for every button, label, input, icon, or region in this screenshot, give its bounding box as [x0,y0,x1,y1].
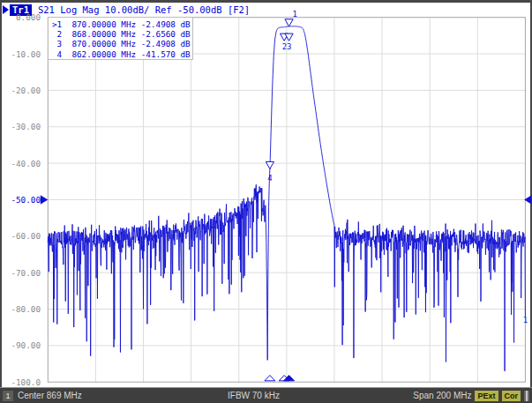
status-badges: PExtCor [475,391,521,401]
marker-table: >1 870.00000 MHz -2.4908 dB 2 868.00000 … [48,17,193,60]
marker-table-row: 2 868.00000 MHz -2.6560 dB [52,29,192,39]
status-badge-cor: Cor [502,391,521,401]
center-frequency-field[interactable]: Center 869 MHz [18,388,82,403]
marker-4-glyph[interactable] [266,161,273,168]
status-bar: 1 Center 869 MHz IFBW 70 kHz Span 200 MH… [0,387,532,403]
status-edge-indicator [524,391,529,401]
marker-table-row: 4 862.00000 MHz -41.570 dB [52,49,192,59]
marker-23-label: 23 [282,42,292,51]
marker-1-label: 1 [293,10,297,19]
status-badge-pext: PExt [475,391,498,401]
span-field[interactable]: Span 200 MHz [413,388,471,403]
trace-end-number-label: 1 [523,316,528,325]
marker-1-glyph[interactable] [285,19,293,26]
marker-table-row: 3 870.00000 MHz -2.4908 dB [52,39,192,49]
marker-4-axis-triangle[interactable] [265,376,275,381]
ifbw-field[interactable]: IFBW 70 kHz [228,388,280,403]
marker-4-label: 4 [267,174,272,183]
vna-app-window: Tr1 S21 Log Mag 10.00dB/ Ref -50.00dB [F… [0,0,532,403]
marker-table-row: >1 870.00000 MHz -2.4908 dB [52,19,192,29]
ref-level-arrow-left[interactable] [41,195,49,205]
plot-area[interactable]: 12341 [0,0,532,403]
channel-number-badge: 1 [3,391,13,401]
